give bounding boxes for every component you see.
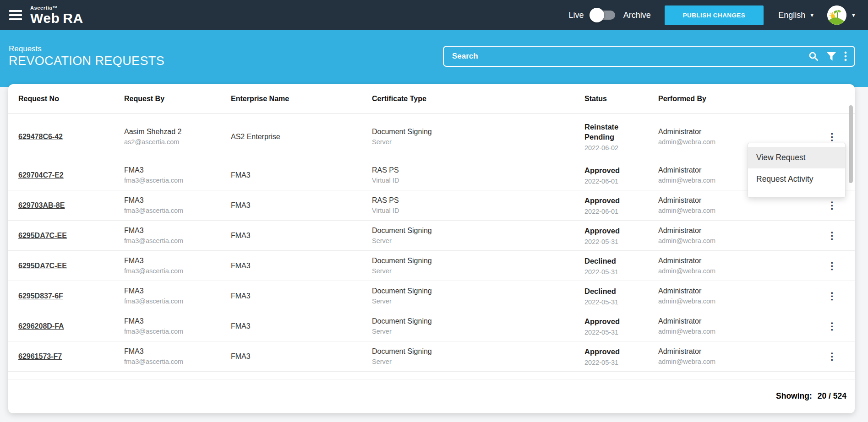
request-no-link[interactable]: 629478C6-42	[18, 133, 63, 141]
enterprise-name: FMA3	[231, 171, 372, 179]
filter-icon[interactable]	[827, 52, 836, 61]
request-no-link[interactable]: 62961573-F7	[18, 352, 62, 360]
search-input[interactable]	[444, 52, 808, 61]
publish-changes-button[interactable]: PUBLISH CHANGES	[665, 5, 764, 25]
row-actions-kebab-icon[interactable]: ⋮	[827, 131, 835, 142]
table-row: 629703AB-8E FMA3 fma3@ascertia.com FMA3 …	[8, 190, 855, 221]
request-no-link[interactable]: 629704C7-E2	[18, 171, 64, 179]
avatar[interactable]	[827, 5, 846, 25]
row-actions-kebab-icon[interactable]: ⋮	[827, 351, 835, 362]
live-archive-toggle[interactable]	[590, 11, 615, 20]
clipped-next-row	[8, 372, 855, 379]
user-menu[interactable]: ▼	[827, 5, 856, 25]
avatar-plant-image	[827, 5, 846, 25]
vertical-scrollbar-thumb[interactable]	[849, 105, 853, 183]
row-actions-kebab-icon[interactable]: ⋮	[827, 291, 835, 302]
certificate-subtype: Server	[372, 298, 584, 305]
performed-by-name: Administrator	[658, 128, 796, 136]
row-context-menu: View Request Request Activity	[748, 143, 846, 198]
language-label: English	[778, 11, 805, 20]
row-actions-kebab-icon[interactable]: ⋮	[827, 230, 835, 241]
certificate-subtype: Server	[372, 328, 584, 335]
row-actions-kebab-icon[interactable]: ⋮	[827, 321, 835, 332]
request-no-link[interactable]: 6295D837-6F	[18, 292, 63, 300]
col-request-no: Request No	[18, 95, 124, 103]
performed-by-email: admin@webra.com	[658, 237, 796, 244]
table-row: 629704C7-E2 FMA3 fma3@ascertia.com FMA3 …	[8, 160, 855, 190]
language-dropdown[interactable]: English ▼	[778, 11, 814, 20]
archive-label: Archive	[623, 11, 651, 20]
page-header: Requests REVOCATION REQUESTS	[0, 30, 868, 87]
request-by-name: Aasim Shehzad 2	[124, 128, 231, 136]
table-row: 6295DA7C-EE FMA3 fma3@ascertia.com FMA3 …	[8, 221, 855, 251]
status-text: Approved	[584, 316, 630, 326]
certificate-type: Document Signing	[372, 227, 584, 235]
status-text: Approved	[584, 346, 630, 357]
menu-item-view-request[interactable]: View Request	[748, 147, 845, 168]
performed-by-email: admin@webra.com	[658, 267, 796, 275]
row-actions-kebab-icon[interactable]: ⋮	[827, 200, 835, 211]
status-text: Approved	[584, 165, 630, 175]
status-text: Reinstate Pending	[584, 122, 630, 142]
row-actions-kebab-icon[interactable]: ⋮	[827, 260, 835, 271]
request-by-email: fma3@ascertia.com	[124, 267, 231, 275]
showing-label: Showing:	[776, 391, 812, 401]
table-row: 629478C6-42 Aasim Shehzad 2 as2@ascertia…	[8, 114, 855, 160]
request-by-email: fma3@ascertia.com	[124, 237, 231, 244]
certificate-type: Document Signing	[372, 317, 584, 325]
request-by-name: FMA3	[124, 196, 231, 205]
table-body: 629478C6-42 Aasim Shehzad 2 as2@ascertia…	[8, 114, 855, 372]
chevron-down-icon: ▼	[851, 12, 856, 18]
certificate-subtype: Virtual ID	[372, 177, 584, 184]
search-bar-icons	[808, 51, 854, 62]
col-status: Status	[584, 95, 658, 103]
status-date: 2022-06-01	[584, 208, 658, 215]
col-performed-by: Performed By	[658, 95, 796, 103]
request-no-link[interactable]: 6295DA7C-EE	[18, 232, 67, 239]
performed-by-name: Administrator	[658, 257, 796, 265]
performed-by-name: Administrator	[658, 347, 796, 356]
request-by-name: FMA3	[124, 347, 231, 356]
enterprise-name: FMA3	[231, 262, 372, 270]
table-row: 6296208D-FA FMA3 fma3@ascertia.com FMA3 …	[8, 311, 855, 341]
status-date: 2022-06-01	[584, 178, 658, 185]
request-by-name: FMA3	[124, 166, 231, 174]
search-icon[interactable]	[808, 51, 819, 61]
brand-logo: Ascertia™ WebRA	[30, 5, 83, 25]
breadcrumb: Requests	[9, 44, 42, 54]
performed-by-email: admin@webra.com	[658, 207, 796, 214]
kebab-icon[interactable]	[844, 51, 847, 62]
requests-table-card: Request No Request By Enterprise Name Ce…	[8, 84, 855, 413]
status-text: Declined	[584, 256, 630, 266]
performed-by-email: admin@webra.com	[658, 298, 796, 305]
enterprise-name: AS2 Enterprise	[231, 133, 372, 141]
request-by-email: fma3@ascertia.com	[124, 298, 231, 305]
status-text: Approved	[584, 226, 630, 236]
menu-item-request-activity[interactable]: Request Activity	[748, 168, 845, 190]
request-by-name: FMA3	[124, 317, 231, 325]
request-no-link[interactable]: 6295DA7C-EE	[18, 262, 67, 270]
table-row: 62961573-F7 FMA3 fma3@ascertia.com FMA3 …	[8, 341, 855, 372]
request-by-email: fma3@ascertia.com	[124, 328, 231, 335]
request-no-link[interactable]: 6296208D-FA	[18, 322, 64, 330]
request-no-link[interactable]: 629703AB-8E	[18, 201, 65, 209]
hamburger-menu-icon[interactable]	[9, 8, 22, 22]
search-bar	[443, 46, 855, 67]
status-text: Declined	[584, 286, 630, 296]
request-by-email: fma3@ascertia.com	[124, 207, 231, 214]
status-date: 2022-05-31	[584, 298, 658, 306]
table-row: 6295D837-6F FMA3 fma3@ascertia.com FMA3 …	[8, 281, 855, 311]
status-date: 2022-05-31	[584, 359, 658, 366]
toggle-knob[interactable]	[590, 8, 604, 22]
certificate-subtype: Virtual ID	[372, 207, 584, 214]
enterprise-name: FMA3	[231, 232, 372, 240]
certificate-subtype: Server	[372, 358, 584, 365]
certificate-subtype: Server	[372, 267, 584, 275]
certificate-type: Document Signing	[372, 257, 584, 265]
performed-by-name: Administrator	[658, 227, 796, 235]
table-row: 6295DA7C-EE FMA3 fma3@ascertia.com FMA3 …	[8, 251, 855, 281]
status-date: 2022-05-31	[584, 268, 658, 276]
request-by-email: as2@ascertia.com	[124, 138, 231, 146]
brand-webra: WebRA	[30, 11, 83, 25]
status-text: Approved	[584, 195, 630, 206]
